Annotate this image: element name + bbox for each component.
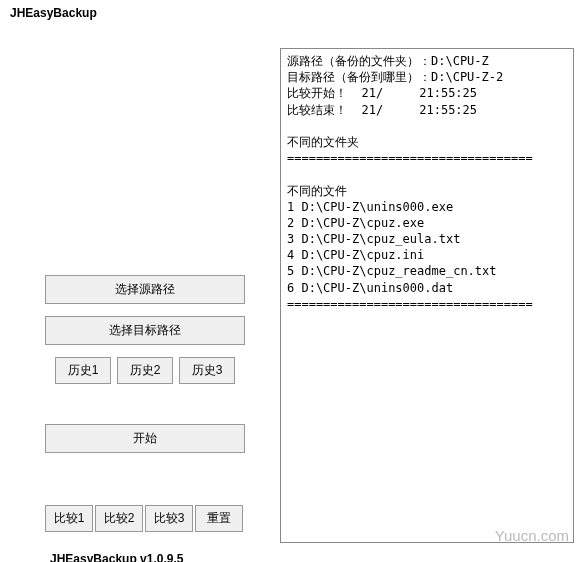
compare1-button[interactable]: 比较1 (45, 505, 93, 532)
compare3-button[interactable]: 比较3 (145, 505, 193, 532)
window-title: JHEasyBackup (0, 0, 581, 26)
left-controls: 选择源路径 选择目标路径 历史1 历史2 历史3 开始 比较1 比较2 比较3 … (20, 275, 270, 562)
log-file-line: 3 D:\CPU-Z\cpuz_eula.txt (287, 232, 460, 246)
history2-button[interactable]: 历史2 (117, 357, 173, 384)
compare2-button[interactable]: 比较2 (95, 505, 143, 532)
log-separator: ================================== (287, 297, 533, 311)
log-line: 源路径（备份的文件夹）：D:\CPU-Z (287, 54, 489, 68)
log-line: 目标路径（备份到哪里）：D:\CPU-Z-2 (287, 70, 503, 84)
log-separator: ================================== (287, 151, 533, 165)
log-line: 比较结束！ 21/ 21:55:25 (287, 103, 477, 117)
version-label: JHEasyBackup v1.0.9.5 (50, 550, 270, 562)
log-file-line: 6 D:\CPU-Z\unins000.dat (287, 281, 453, 295)
app-info: JHEasyBackup v1.0.9.5 Copyright(c) zjh.A… (50, 550, 270, 562)
history1-button[interactable]: 历史1 (55, 357, 111, 384)
log-file-line: 4 D:\CPU-Z\cpuz.ini (287, 248, 424, 262)
log-line: 比较开始！ 21/ 21:55:25 (287, 86, 477, 100)
log-file-line: 2 D:\CPU-Z\cpuz.exe (287, 216, 424, 230)
select-source-button[interactable]: 选择源路径 (45, 275, 245, 304)
log-file-line: 1 D:\CPU-Z\unins000.exe (287, 200, 453, 214)
compare-row: 比较1 比较2 比较3 重置 (45, 505, 270, 532)
log-diff-files-header: 不同的文件 (287, 184, 347, 198)
log-output: 源路径（备份的文件夹）：D:\CPU-Z 目标路径（备份到哪里）：D:\CPU-… (280, 48, 574, 543)
select-target-button[interactable]: 选择目标路径 (45, 316, 245, 345)
history-row: 历史1 历史2 历史3 (20, 357, 270, 384)
start-button[interactable]: 开始 (45, 424, 245, 453)
log-diff-folders-header: 不同的文件夹 (287, 135, 359, 149)
reset-button[interactable]: 重置 (195, 505, 243, 532)
log-file-line: 5 D:\CPU-Z\cpuz_readme_cn.txt (287, 264, 497, 278)
history3-button[interactable]: 历史3 (179, 357, 235, 384)
